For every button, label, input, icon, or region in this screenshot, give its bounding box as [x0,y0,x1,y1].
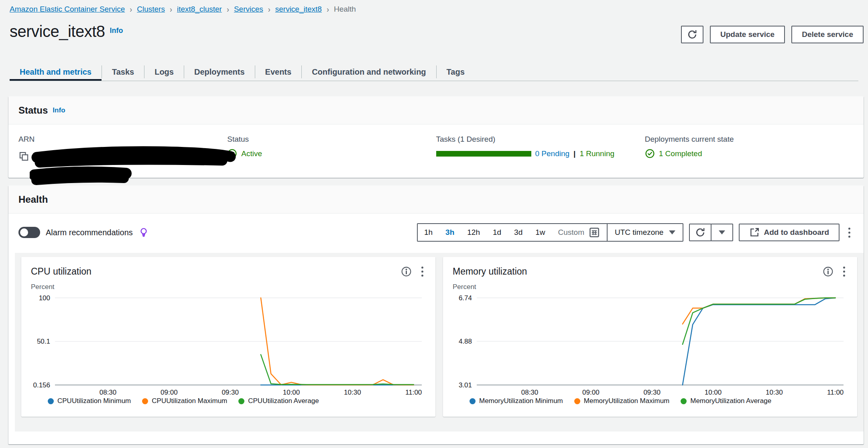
timezone-dropdown[interactable]: UTC timezone [608,228,683,237]
legend-label: MemoryUtilization Average [690,397,771,405]
svg-text:08:30: 08:30 [100,389,117,396]
breadcrumb-item-clusters[interactable]: Clusters [137,5,165,14]
info-icon[interactable] [400,265,413,278]
add-to-dashboard-button[interactable]: Add to dashboard [739,224,840,241]
breadcrumb-separator: › [327,4,329,14]
update-service-button[interactable]: Update service [710,26,785,43]
custom-range-label: Custom [558,228,584,237]
status-card: Status Info ARN Stat [8,96,864,178]
svg-text:10:00: 10:00 [705,389,722,396]
legend-label: MemoryUtilization Minimum [479,397,563,405]
legend-marker [142,398,148,404]
cpu-utilization-chart-card: CPU utilization Percent 10050.10.15608:3… [21,257,435,417]
refresh-options-button[interactable] [711,224,733,241]
time-range-3d[interactable]: 3d [508,228,529,237]
refresh-split-button [689,224,733,241]
tasks-field: Tasks (1 Desired) 0 Pending | 1 Running [436,135,645,188]
tasks-pending-text: 0 Pending [535,149,570,158]
tab-events[interactable]: Events [255,63,302,81]
breadcrumb-separator: › [130,4,132,14]
copy-arn-button[interactable] [18,151,29,163]
breadcrumb-item-service-itext8[interactable]: service_itext8 [275,5,322,14]
legend-marker [681,398,687,404]
legend-marker [574,398,580,404]
tab-health-and-metrics[interactable]: Health and metrics [10,63,102,81]
add-to-dashboard-label: Add to dashboard [764,228,829,237]
svg-text:09:30: 09:30 [643,389,661,396]
legend-marker [470,398,476,404]
health-card-header: Health [8,185,864,214]
health-card: Health Alarm recommendations 1h3h12h1d3d… [8,185,864,444]
chart-header: Memory utilization [443,257,857,281]
chart-header: CPU utilization [21,257,435,281]
tab-configuration-and-networking[interactable]: Configuration and networking [302,63,436,81]
legend-item[interactable]: MemoryUtilization Average [681,397,771,405]
legend-item[interactable]: MemoryUtilization Minimum [470,397,563,405]
deployments-value: 1 Completed [645,149,854,159]
page-title: service_itext8 [10,22,105,40]
chart-ylabel: Percent [31,283,435,291]
svg-text:100: 100 [39,294,50,302]
metrics-menu-button[interactable] [845,225,854,240]
chart-header-icons [400,264,427,279]
memory-line-chart: 6.744.883.0108:3009:0009:3010:0010:3011:… [449,291,850,396]
tab-tasks[interactable]: Tasks [102,63,144,81]
breadcrumb: Amazon Elastic Container Service›Cluster… [10,5,356,14]
chart-menu-button[interactable] [418,264,427,279]
arn-label: ARN [18,135,227,144]
breadcrumb-separator: › [170,4,172,14]
time-range-1d[interactable]: 1d [486,228,508,237]
status-grid: ARN Status Active [8,124,864,188]
tasks-value: 0 Pending | 1 Running [436,149,645,158]
metrics-refresh-button[interactable] [689,224,711,241]
legend-item[interactable]: CPUUtilization Minimum [48,397,131,405]
status-field: Status Active [227,135,436,188]
breadcrumb-item-itext8-cluster[interactable]: itext8_cluster [177,5,222,14]
custom-range-button[interactable]: Custom [552,226,607,238]
metrics-controls: 1h3h12h1d3d1w Custom UTC timezone [417,223,854,242]
legend-label: CPUUtilization Maximum [152,397,227,405]
time-range-1h[interactable]: 1h [418,228,439,237]
svg-text:11:00: 11:00 [827,389,844,396]
delete-service-label: Delete service [802,30,853,39]
chart-menu-button[interactable] [840,264,848,279]
status-info-link[interactable]: Info [53,106,65,114]
page-title-info-link[interactable]: Info [110,26,123,35]
alarm-recommendations-toggle[interactable] [18,227,40,238]
svg-text:10:30: 10:30 [766,389,783,396]
time-range-1w[interactable]: 1w [529,228,551,237]
legend-item[interactable]: CPUUtilization Maximum [142,397,227,405]
tab-tags[interactable]: Tags [437,63,475,81]
external-link-icon [749,227,760,238]
time-range-group: 1h3h12h1d3d1w [418,228,552,237]
chevron-down-icon [669,230,675,234]
breadcrumb-separator: › [227,4,229,14]
deployments-field: Deployments current state 1 Completed [645,135,854,188]
svg-text:09:30: 09:30 [222,389,239,396]
time-range-3h[interactable]: 3h [439,228,461,237]
delete-service-button[interactable]: Delete service [791,26,864,43]
refresh-button[interactable] [681,26,703,43]
status-card-title: Status [18,105,48,116]
svg-text:6.74: 6.74 [459,294,472,302]
breadcrumb-item-services[interactable]: Services [234,5,263,14]
breadcrumb-item-amazon-elastic-container-service[interactable]: Amazon Elastic Container Service [10,5,125,14]
tasks-separator: | [573,149,575,158]
tab-deployments[interactable]: Deployments [184,63,255,81]
timezone-label: UTC timezone [615,228,663,237]
svg-text:10:00: 10:00 [283,389,300,396]
arn-redaction [30,145,238,188]
alarm-recommendations-group: Alarm recommendations [18,227,149,238]
chart-title: CPU utilization [31,266,91,277]
time-range-12h[interactable]: 12h [461,228,486,237]
breadcrumb-separator: › [268,4,270,14]
page-header: service_itext8Info Update service Delete… [10,22,864,45]
legend-item[interactable]: MemoryUtilization Maximum [574,397,669,405]
tab-logs[interactable]: Logs [144,63,184,81]
info-icon[interactable] [822,265,834,278]
breadcrumb-item-health: Health [334,5,356,14]
svg-text:08:30: 08:30 [521,389,539,396]
legend-label: MemoryUtilization Maximum [584,397,669,405]
legend-item[interactable]: CPUUtilization Average [238,397,319,405]
status-value: Active [227,149,436,159]
